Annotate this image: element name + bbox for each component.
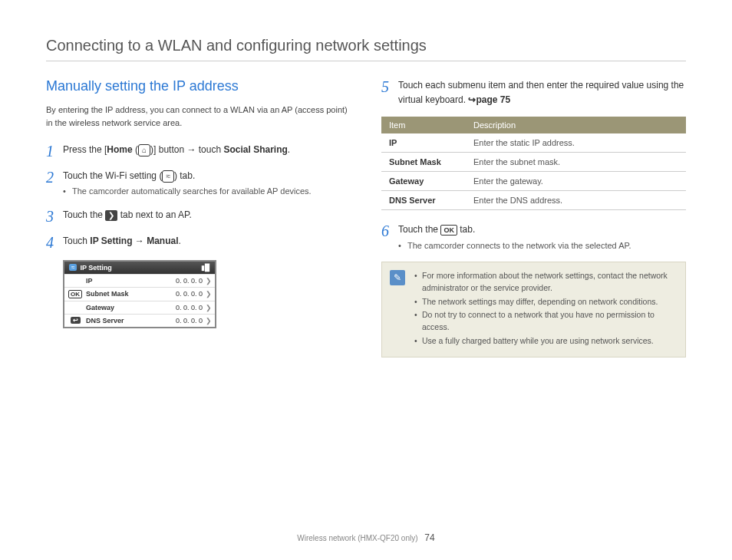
ipbox-header: ≈ IP Setting ▮▉: [64, 262, 215, 274]
table-row: Subnet MaskEnter the subnet mask.: [381, 153, 686, 172]
ipbox-value: 0. 0. 0. 0: [176, 317, 206, 324]
step-text: (: [133, 144, 138, 155]
step-5: 5 Touch each submenu item and then enter…: [381, 78, 686, 107]
chevron-right-icon: ❯: [206, 290, 215, 298]
step-text: →: [132, 236, 147, 246]
ipbox-left: OK: [64, 290, 86, 298]
chevron-right-icon: ❯: [206, 304, 215, 311]
step-text: Touch: [63, 236, 90, 246]
page-ref: ↪page 75: [468, 94, 510, 105]
period: .: [179, 236, 181, 246]
step-text: Touch the: [398, 224, 440, 235]
page-title: Connecting to a WLAN and configuring net…: [46, 37, 686, 61]
step-sub: The camcorder connects to the network vi…: [398, 239, 686, 253]
step-number: 4: [46, 234, 63, 251]
manual-label: Manual: [147, 236, 178, 246]
step-number: 3: [46, 208, 63, 225]
ipbox-value: 0. 0. 0. 0: [176, 304, 206, 311]
step-4: 4 Touch IP Setting → Manual.: [46, 234, 351, 251]
ok-icon: OK: [68, 290, 82, 298]
wifi-icon: ≈: [69, 264, 77, 271]
ip-setting-screenshot: ≈ IP Setting ▮▉ IP 0. 0. 0. 0 ❯ OK Subne…: [63, 260, 216, 328]
ipbox-left: ↩: [64, 317, 86, 324]
home-icon: ⌂: [138, 144, 150, 156]
note-item: For more information about the network s…: [414, 270, 676, 295]
battery-icon: ▮▉: [201, 264, 210, 272]
step-text: )] button → touch: [150, 144, 223, 155]
step-number: 1: [46, 143, 63, 160]
step-text: tab.: [457, 224, 475, 235]
chevron-right-icon: ❯: [206, 277, 215, 285]
step-text: Press the [: [63, 144, 107, 155]
ipbox-value: 0. 0. 0. 0: [176, 277, 206, 285]
period: .: [288, 144, 290, 155]
ipbox-label: Gateway: [86, 304, 176, 311]
home-label: Home: [107, 144, 132, 155]
content-columns: Manually setting the IP address By enter…: [46, 78, 686, 357]
td-desc: Enter the subnet mask.: [466, 153, 686, 172]
intro-text: By entering the IP address, you can conn…: [46, 104, 351, 129]
social-sharing-label: Social Sharing: [223, 144, 287, 155]
step-3: 3 Touch the ❯ tab next to an AP.: [46, 208, 351, 225]
step-text: tab next to an AP.: [117, 209, 192, 220]
back-icon: ↩: [71, 317, 81, 324]
td-item: Subnet Mask: [381, 153, 466, 172]
td-desc: Enter the static IP address.: [466, 133, 686, 153]
ipbox-row: Gateway 0. 0. 0. 0 ❯: [64, 301, 215, 314]
note-icon: ✎: [390, 270, 405, 285]
note-item: The network settings may differ, dependi…: [414, 296, 676, 308]
step-text: Touch each submenu item and then enter t…: [398, 80, 684, 105]
left-column: Manually setting the IP address By enter…: [46, 78, 351, 357]
ipbox-title: IP Setting: [80, 264, 198, 272]
footer-text: Wireless network (HMX-QF20 only): [297, 534, 417, 542]
right-column: 5 Touch each submenu item and then enter…: [381, 78, 686, 357]
td-desc: Enter the DNS address.: [466, 191, 686, 210]
step-number: 2: [46, 169, 63, 199]
page-number: 74: [424, 532, 434, 543]
ipbox-label: IP: [86, 277, 176, 285]
step-6: 6 Touch the OK tab. The camcorder connec…: [381, 222, 686, 252]
step-sub: The camcorder automatically searches for…: [63, 185, 351, 199]
chevron-right-icon: ❯: [206, 317, 215, 324]
step-number: 6: [381, 222, 398, 252]
step-text: ) tab.: [174, 170, 195, 181]
ipbox-row: IP 0. 0. 0. 0 ❯: [64, 274, 215, 287]
step-1: 1 Press the [Home (⌂)] button → touch So…: [46, 143, 351, 160]
ip-setting-label: IP Setting: [90, 236, 132, 246]
section-title: Manually setting the IP address: [46, 78, 351, 94]
note-item: Use a fully charged battery while you ar…: [414, 335, 676, 348]
td-desc: Enter the gateway.: [466, 172, 686, 191]
th-item: Item: [381, 117, 466, 133]
step-text: Touch the: [63, 209, 105, 220]
table-row: DNS ServerEnter the DNS address.: [381, 191, 686, 210]
th-desc: Description: [466, 117, 686, 133]
ok-icon: OK: [440, 225, 457, 236]
table-header: Item Description: [381, 117, 686, 133]
td-item: Gateway: [381, 172, 466, 191]
note-item: Do not try to connect to a network that …: [414, 309, 676, 334]
td-item: IP: [381, 133, 466, 153]
note-box: ✎ For more information about the network…: [381, 262, 686, 357]
step-2: 2 Touch the Wi-Fi setting (≈) tab. The c…: [46, 169, 351, 199]
ipbox-value: 0. 0. 0. 0: [176, 290, 206, 298]
arrow-icon: ❯: [105, 210, 117, 221]
description-table: Item Description IPEnter the static IP a…: [381, 117, 686, 210]
ipbox-row: ↩ DNS Server 0. 0. 0. 0 ❯: [64, 314, 215, 327]
page-footer: Wireless network (HMX-QF20 only) 74: [0, 532, 732, 543]
ipbox-row: OK Subnet Mask 0. 0. 0. 0 ❯: [64, 287, 215, 301]
table-row: GatewayEnter the gateway.: [381, 172, 686, 191]
ipbox-label: DNS Server: [86, 317, 176, 324]
step-text: Touch the Wi-Fi setting (: [63, 170, 162, 181]
td-item: DNS Server: [381, 191, 466, 210]
table-row: IPEnter the static IP address.: [381, 133, 686, 153]
ipbox-label: Subnet Mask: [86, 290, 176, 298]
step-number: 5: [381, 78, 398, 107]
wifi-icon: ≈: [162, 170, 174, 183]
